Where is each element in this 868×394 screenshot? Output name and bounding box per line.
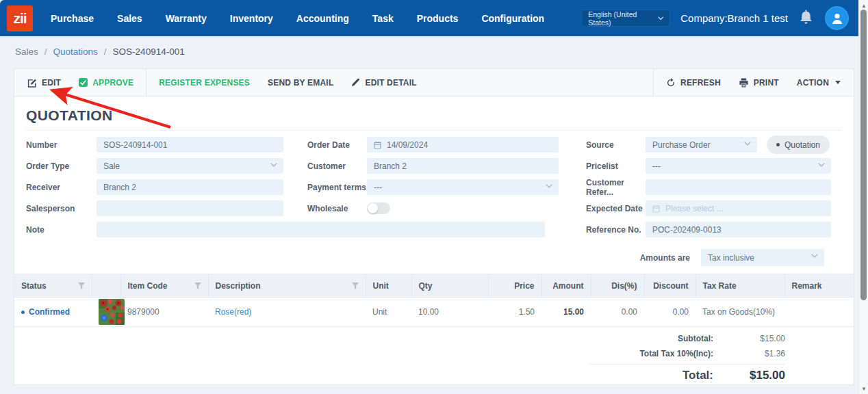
expected-date-label: Expected Date: [586, 204, 646, 213]
language-selector[interactable]: English (United States): [581, 10, 670, 27]
receiver-label: Receiver: [26, 183, 97, 192]
edit-detail-button[interactable]: EDIT DETAIL: [342, 69, 425, 96]
user-avatar[interactable]: [825, 6, 849, 30]
col-header-image: [92, 274, 120, 298]
row-status-cell: Confirmed: [14, 298, 92, 327]
toggle-knob: [368, 203, 378, 213]
calendar-icon: [374, 141, 381, 149]
refresh-label: REFRESH: [680, 78, 721, 88]
edit-button[interactable]: EDIT: [18, 69, 70, 96]
title-divider: [26, 130, 842, 131]
customer-reference-field[interactable]: [646, 179, 831, 195]
print-button[interactable]: PRINT: [730, 69, 788, 96]
send-by-email-label: SEND BY EMAIL: [268, 78, 333, 88]
nav-item-warranty[interactable]: Warranty: [166, 13, 207, 24]
scroll-down-button[interactable]: ▼: [859, 384, 868, 393]
breadcrumb-current: SOS-240914-001: [113, 47, 185, 57]
row-image-cell: [92, 298, 120, 327]
refresh-icon: [666, 78, 676, 88]
salesperson-label: Salesperson: [26, 204, 97, 213]
payment-terms-value: ---: [374, 183, 382, 192]
col-header-tax-rate: Tax Rate: [695, 274, 784, 298]
customer-field[interactable]: Branch 2: [367, 158, 559, 174]
product-thumbnail[interactable]: [99, 299, 125, 325]
scroll-thumb[interactable]: [860, 10, 867, 300]
refresh-button[interactable]: REFRESH: [657, 69, 730, 96]
nav-item-products[interactable]: Products: [417, 13, 459, 24]
toolbar-divider: [653, 69, 654, 96]
approve-button[interactable]: APPROVE: [70, 69, 142, 96]
breadcrumb-sales[interactable]: Sales: [15, 47, 38, 57]
page-title: QUOTATION: [26, 107, 854, 124]
receiver-value: Branch 2: [103, 183, 136, 192]
action-label: ACTION: [797, 78, 829, 88]
chevron-down-icon: [658, 16, 664, 21]
filter-icon[interactable]: [78, 283, 85, 289]
amounts-are-row: Amounts are Tax inclusive: [14, 249, 824, 266]
toolbar-right: REFRESH PRINT ACTION: [650, 69, 850, 96]
edit-icon: [27, 78, 37, 88]
payment-terms-select[interactable]: ---: [367, 179, 559, 195]
col-header-dis-pct: Dis(%): [591, 274, 644, 298]
total-tax-value: $1.36: [713, 349, 785, 358]
edit-detail-label: EDIT DETAIL: [365, 78, 416, 88]
pricelist-select[interactable]: ---: [646, 158, 831, 174]
nav-item-inventory[interactable]: Inventory: [230, 13, 273, 24]
edit-button-label: EDIT: [42, 78, 61, 88]
notifications-bell-icon[interactable]: [798, 10, 815, 27]
row-remark: [784, 298, 854, 327]
row-qty: 10.00: [411, 298, 488, 327]
quotation-card: EDIT APPROVE REGISTER EXPENSES SEND BY E…: [14, 68, 854, 385]
app-logo[interactable]: zii: [7, 5, 33, 31]
language-selector-value: English (United States): [588, 10, 658, 27]
note-field[interactable]: [97, 222, 545, 237]
order-type-select[interactable]: Sale: [97, 158, 283, 174]
amounts-are-select[interactable]: Tax inclusive: [701, 249, 824, 266]
nav-item-purchase[interactable]: Purchase: [51, 13, 94, 24]
note-label: Note: [26, 225, 97, 235]
nav-item-configuration[interactable]: Configuration: [481, 13, 544, 24]
filter-icon[interactable]: [194, 283, 201, 289]
approve-button-label: APPROVE: [92, 78, 133, 88]
vertical-scrollbar[interactable]: ▲ ▼: [858, 0, 868, 394]
number-value: SOS-240914-001: [103, 140, 167, 150]
grand-total-label: Total:: [590, 369, 713, 382]
expected-date-picker[interactable]: Please select ...: [646, 200, 831, 216]
nav-item-task[interactable]: Task: [372, 13, 394, 24]
send-by-email-button[interactable]: SEND BY EMAIL: [259, 69, 342, 96]
breadcrumb-separator: /: [104, 47, 107, 57]
order-type-label: Order Type: [26, 161, 97, 171]
receiver-field[interactable]: Branch 2: [97, 179, 283, 195]
row-price: 1.50: [488, 298, 541, 327]
source-select[interactable]: Purchase Order: [646, 137, 757, 153]
breadcrumb-separator: /: [44, 47, 47, 57]
pencil-icon: [351, 78, 360, 87]
table-row: Confirmed: [14, 298, 854, 327]
nav-item-sales[interactable]: Sales: [117, 13, 142, 24]
description-link[interactable]: Rose(red): [215, 307, 251, 317]
col-header-description: Description: [208, 274, 366, 298]
salesperson-field[interactable]: [97, 200, 283, 216]
company-label: Company:Branch 1 test: [680, 12, 788, 24]
nav-item-accounting[interactable]: Accounting: [296, 13, 349, 24]
order-date-picker[interactable]: 14/09/2024: [367, 137, 559, 153]
order-type-value: Sale: [103, 161, 120, 171]
row-description: Rose(red): [208, 298, 366, 327]
reference-no-value: POC-202409-0013: [652, 225, 722, 235]
register-expenses-button[interactable]: REGISTER EXPENSES: [150, 69, 259, 96]
breadcrumb-quotations-link[interactable]: Quotations: [53, 47, 98, 57]
status-badge-label: Quotation: [784, 140, 820, 150]
main-menu: Purchase Sales Warranty Inventory Accoun…: [51, 13, 544, 24]
wholesale-toggle[interactable]: [367, 202, 390, 214]
source-value: Purchase Order: [652, 140, 711, 150]
order-date-value: 14/09/2024: [387, 140, 428, 150]
filter-icon[interactable]: [352, 283, 359, 289]
calendar-icon: [652, 205, 660, 213]
toolbar-divider: [146, 69, 146, 96]
payment-terms-label: Payment terms: [307, 183, 367, 192]
reference-no-field[interactable]: POC-202409-0013: [646, 222, 831, 237]
number-field[interactable]: SOS-240914-001: [97, 137, 283, 153]
number-label: Number: [26, 140, 97, 150]
scroll-up-button[interactable]: ▲: [859, 1, 868, 10]
action-button[interactable]: ACTION: [788, 69, 850, 96]
